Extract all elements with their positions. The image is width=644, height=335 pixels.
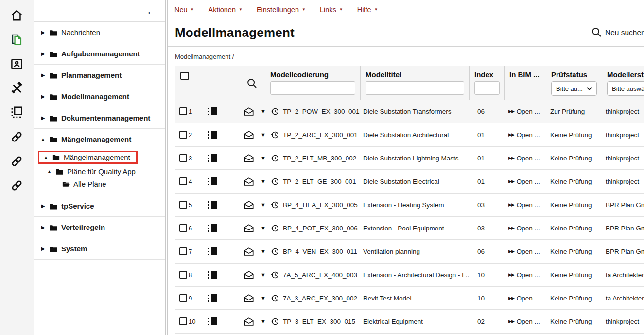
filter-index-input[interactable] — [474, 81, 500, 95]
detail-panel-icon[interactable] — [208, 107, 218, 116]
home-icon[interactable] — [10, 8, 24, 22]
tree-subitem-plaene-quality-app[interactable]: ▲ Pläne für Quality App — [34, 165, 165, 177]
search-icon[interactable] — [247, 78, 257, 88]
history-icon[interactable] — [271, 154, 279, 162]
tree-item-system[interactable]: ▶ System — [34, 238, 165, 260]
row-checkbox[interactable] — [179, 317, 187, 325]
model-code[interactable]: TP_2_ARC_EX_300_001 — [283, 131, 358, 139]
row-dropdown-icon[interactable]: ▼ — [261, 108, 265, 114]
filter-modellersteller-select[interactable]: Bitte auswählen — [607, 81, 644, 96]
history-icon[interactable] — [271, 107, 279, 116]
row-checkbox[interactable] — [179, 131, 187, 139]
history-icon[interactable] — [271, 201, 279, 209]
collapse-sidebar-button[interactable]: ← — [146, 6, 157, 16]
history-icon[interactable] — [271, 247, 279, 256]
open-in-bim-link[interactable]: ▶▶ Open ... — [505, 240, 546, 263]
tree-leaf-alle-plaene[interactable]: Alle Pläne — [34, 177, 165, 190]
row-checkbox[interactable] — [179, 177, 187, 185]
open-in-bim-link[interactable]: ▶▶ Open ... — [505, 123, 546, 146]
model-code[interactable]: BP_4_HEA_EX_300_005 — [283, 201, 358, 209]
tree-item-planmanagement[interactable]: ▶ Planmanagement — [34, 65, 165, 86]
table-row[interactable]: 6 ▼ BP — [175, 217, 644, 240]
detail-panel-icon[interactable] — [208, 317, 218, 326]
row-dropdown-icon[interactable]: ▼ — [261, 178, 265, 184]
open-in-bim-link[interactable]: ▶▶ Open ... — [505, 194, 546, 216]
row-dropdown-icon[interactable]: ▼ — [261, 225, 265, 231]
history-icon[interactable] — [271, 177, 279, 186]
table-row[interactable]: 10 ▼ T — [175, 310, 644, 334]
tree-item-maengelmanagement[interactable]: ▲ Mängelmanagement — [34, 129, 165, 149]
tools-icon[interactable] — [10, 81, 24, 95]
mail-icon[interactable] — [244, 270, 254, 280]
filter-modellcodierung-input[interactable] — [270, 81, 355, 95]
link-icon[interactable] — [10, 178, 24, 193]
table-row[interactable]: 8 ▼ 7A — [175, 264, 644, 287]
table-row[interactable]: 3 ▼ TP — [175, 147, 644, 170]
link-icon[interactable] — [10, 129, 24, 144]
detail-panel-icon[interactable] — [208, 224, 218, 232]
mail-icon[interactable] — [244, 224, 254, 233]
row-checkbox[interactable] — [179, 224, 187, 232]
tree-item-dokumentenmanagement[interactable]: ▶ Dokumentenmanagement — [34, 107, 165, 129]
row-checkbox[interactable] — [179, 247, 187, 255]
filter-modelltitel-input[interactable] — [366, 81, 464, 95]
mail-icon[interactable] — [244, 130, 254, 140]
table-row[interactable]: 4 ▼ TP — [175, 170, 644, 194]
tree-item-modellmanagement[interactable]: ▶ Modellmanagement — [34, 86, 165, 107]
mail-icon[interactable] — [244, 247, 254, 256]
window-icon[interactable] — [10, 105, 24, 120]
model-code[interactable]: 7A_5_ARC_EX_400_003 — [283, 271, 357, 279]
mail-icon[interactable] — [244, 317, 254, 326]
filter-pruefstatus-select[interactable]: Bitte au... — [551, 81, 597, 96]
table-row[interactable]: 9 ▼ 7A — [175, 287, 644, 310]
open-in-bim-link[interactable]: ▶▶ Open ... — [505, 264, 546, 286]
select-all-checkbox[interactable] — [180, 72, 189, 80]
row-checkbox[interactable] — [179, 154, 187, 162]
table-row[interactable]: 7 ▼ BP — [175, 240, 644, 264]
tree-item-tpservice[interactable]: ▶ tpService — [34, 195, 165, 217]
row-checkbox[interactable] — [179, 201, 187, 209]
mail-icon[interactable] — [244, 294, 254, 303]
open-in-bim-link[interactable]: ▶▶ Open ... — [505, 310, 546, 333]
mail-icon[interactable] — [244, 107, 254, 116]
documents-icon[interactable] — [10, 32, 24, 47]
row-dropdown-icon[interactable]: ▼ — [261, 202, 265, 208]
menu-neu[interactable]: Neu▼ — [174, 6, 194, 14]
model-code[interactable]: BP_4_POT_EX_300_006 — [283, 225, 358, 232]
mail-icon[interactable] — [244, 177, 254, 186]
menu-hilfe[interactable]: Hilfe▼ — [357, 6, 378, 14]
mail-icon[interactable] — [244, 200, 254, 210]
menu-einstellungen[interactable]: Einstellungen▼ — [257, 6, 306, 14]
menu-links[interactable]: Links▼ — [320, 6, 343, 14]
detail-panel-icon[interactable] — [208, 131, 218, 139]
row-dropdown-icon[interactable]: ▼ — [261, 272, 265, 278]
table-row[interactable]: 1 ▼ TP — [175, 100, 644, 123]
tree-item-aufgabenmanagement[interactable]: ▶ Aufgabenmanagement — [34, 43, 165, 65]
open-in-bim-link[interactable]: ▶▶ Open ... — [505, 100, 546, 123]
detail-panel-icon[interactable] — [208, 177, 218, 186]
history-icon[interactable] — [271, 131, 279, 139]
row-dropdown-icon[interactable]: ▼ — [261, 132, 265, 138]
model-code[interactable]: 7A_3_ARC_EX_300_002 — [283, 295, 357, 302]
model-code[interactable]: BP_4_VEN_EX_300_011 — [283, 248, 357, 255]
history-icon[interactable] — [271, 224, 279, 232]
detail-panel-icon[interactable] — [208, 247, 218, 256]
open-in-bim-link[interactable]: ▶▶ Open ... — [505, 147, 546, 169]
detail-panel-icon[interactable] — [208, 294, 218, 302]
row-checkbox[interactable] — [179, 107, 187, 115]
row-dropdown-icon[interactable]: ▼ — [261, 248, 265, 254]
mail-icon[interactable] — [244, 154, 254, 163]
history-icon[interactable] — [271, 317, 279, 326]
history-icon[interactable] — [271, 294, 279, 302]
row-dropdown-icon[interactable]: ▼ — [261, 318, 265, 324]
tree-subitem-maengelmanagement-highlighted[interactable]: ▲ Mängelmanagement — [38, 151, 138, 164]
open-in-bim-link[interactable]: ▶▶ Open ... — [505, 217, 546, 239]
contact-card-icon[interactable] — [10, 56, 24, 71]
model-code[interactable]: TP_3_ELT_EX_300_015 — [283, 318, 355, 325]
detail-panel-icon[interactable] — [208, 201, 218, 209]
tree-item-nachrichten[interactable]: ▶ Nachrichten — [34, 22, 165, 43]
tree-item-verteilregeln[interactable]: ▶ Verteilregeln — [34, 217, 165, 238]
model-code[interactable]: TP_2_ELT_MB_300_002 — [283, 155, 356, 162]
detail-panel-icon[interactable] — [208, 271, 218, 279]
model-code[interactable]: TP_2_POW_EX_300_001 — [283, 108, 360, 115]
